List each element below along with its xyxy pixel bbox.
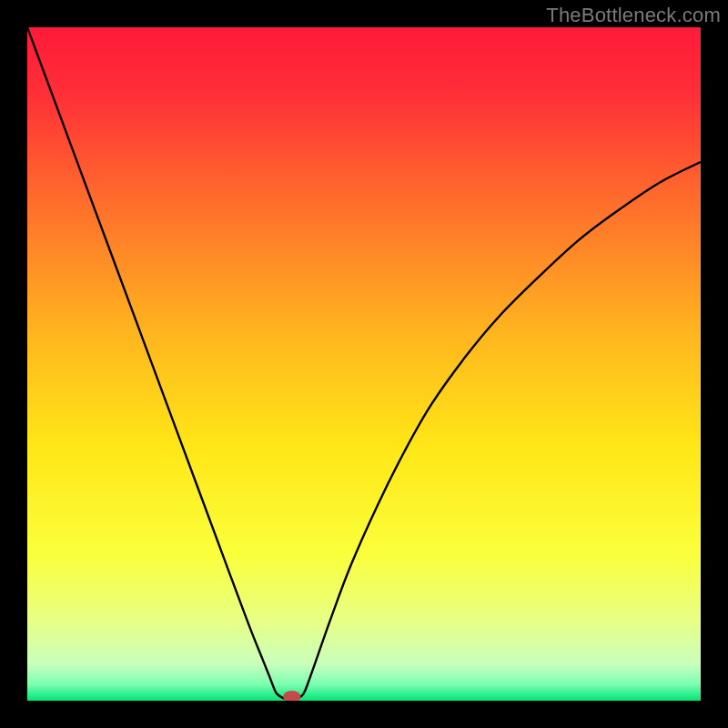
chart-frame: TheBottleneck.com	[0, 0, 728, 728]
plot-area	[27, 27, 701, 701]
chart-svg	[27, 27, 701, 701]
gradient-background	[27, 27, 701, 701]
watermark-text: TheBottleneck.com	[546, 4, 721, 27]
